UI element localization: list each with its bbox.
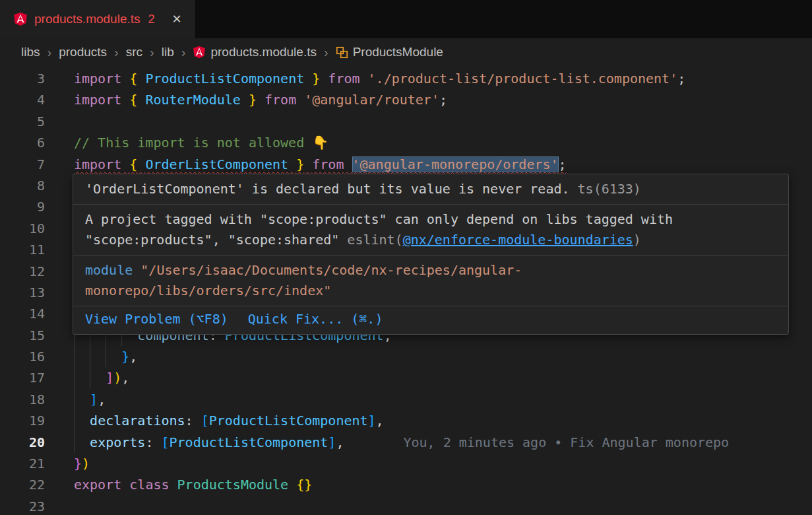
- hover-text: "/Users/isaac/Documents/code/nx-recipes/…: [85, 262, 522, 298]
- hover-text: module: [85, 262, 133, 278]
- line-content: },: [74, 349, 137, 364]
- breadcrumb-item-src[interactable]: src: [126, 45, 142, 59]
- code-line-6[interactable]: // This import is not allowed 👇: [59, 132, 812, 153]
- breadcrumb-item-productsmodule[interactable]: ProductsModule: [336, 45, 443, 59]
- code-line-7[interactable]: import { OrderListComponent } from '@ang…: [59, 154, 812, 175]
- line-content: }): [74, 456, 90, 471]
- code-line-21[interactable]: }): [59, 453, 812, 474]
- code-line-22[interactable]: export class ProductsModule {}: [59, 474, 812, 495]
- line-number-15[interactable]: 15: [0, 325, 59, 346]
- line-number-3[interactable]: 3: [0, 68, 59, 89]
- class-icon: [336, 46, 348, 59]
- breadcrumb-item-label: ProductsModule: [353, 45, 443, 59]
- close-icon[interactable]: ✕: [172, 12, 182, 26]
- breadcrumb-item-label: products: [59, 45, 107, 59]
- code-line-4[interactable]: import { RouterModule } from '@angular/r…: [59, 89, 812, 110]
- view-problem-action[interactable]: View Problem (⌥F8): [85, 309, 228, 329]
- code-line-17[interactable]: ]),: [59, 367, 812, 388]
- line-number-21[interactable]: 21: [0, 453, 59, 474]
- breadcrumb: libs›products›src›lib›products.module.ts…: [0, 38, 812, 66]
- line-content: import { RouterModule } from '@angular/r…: [74, 92, 447, 108]
- line-number-22[interactable]: 22: [0, 474, 59, 495]
- line-number-10[interactable]: 10: [0, 218, 59, 239]
- quick-fix-action[interactable]: Quick Fix... (⌘.): [248, 309, 383, 329]
- line-content: export class ProductsModule {}: [74, 477, 312, 493]
- hover-section-0: 'OrderListComponent' is declared but its…: [73, 174, 788, 205]
- line-content: import { ProductListComponent } from './…: [74, 71, 685, 86]
- line-number-12[interactable]: 12: [0, 261, 59, 282]
- vscode-window: products.module.ts 2 ✕ libs›products›src…: [0, 0, 812, 515]
- breadcrumb-item-label: src: [126, 45, 142, 59]
- breadcrumb-item-label: lib: [162, 45, 174, 59]
- line-number-17[interactable]: 17: [0, 367, 59, 388]
- angular-logo-icon: [13, 12, 28, 26]
- eslint-rule-link[interactable]: @nx/enforce-module-boundaries: [403, 232, 633, 248]
- hover-text: ): [633, 232, 641, 248]
- hover-section-1: A project tagged with "scope:products" c…: [73, 205, 788, 256]
- line-number-9[interactable]: 9: [0, 196, 59, 217]
- line-number-5[interactable]: 5: [0, 111, 59, 132]
- code-line-16[interactable]: },: [59, 346, 812, 367]
- breadcrumb-separator-icon: ›: [114, 45, 119, 60]
- breadcrumb-separator-icon: ›: [150, 45, 154, 60]
- tab-products-module-ts[interactable]: products.module.ts 2 ✕: [0, 0, 196, 38]
- hover-text: [133, 262, 141, 278]
- breadcrumb-item-label: libs: [21, 45, 40, 59]
- breadcrumb-separator-icon: ›: [47, 45, 52, 60]
- hover-popup: 'OrderListComponent' is declared but its…: [73, 174, 789, 335]
- hover-section-2: module "/Users/isaac/Documents/code/nx-r…: [73, 256, 788, 306]
- tab-bar: products.module.ts 2 ✕: [0, 0, 812, 38]
- breadcrumb-separator-icon: ›: [324, 45, 328, 60]
- line-number-7[interactable]: 7: [0, 154, 59, 175]
- code-line-19[interactable]: declarations: [ProductListComponent],: [59, 410, 812, 431]
- line-number-16[interactable]: 16: [0, 346, 59, 367]
- hover-text: ts(6133): [578, 181, 641, 197]
- code-line-20[interactable]: exports: [ProductListComponent],You, 2 m…: [59, 432, 812, 453]
- breadcrumb-item-lib[interactable]: lib: [162, 45, 174, 59]
- line-number-14[interactable]: 14: [0, 303, 59, 324]
- breadcrumb-separator-icon: ›: [181, 45, 186, 60]
- line-number-20[interactable]: 20: [0, 432, 59, 453]
- hover-actions: View Problem (⌥F8)Quick Fix... (⌘.): [73, 306, 788, 334]
- line-number-19[interactable]: 19: [0, 410, 59, 431]
- breadcrumb-item-products-module-ts[interactable]: products.module.ts: [193, 45, 317, 59]
- line-content: import { OrderListComponent } from '@ang…: [74, 156, 567, 172]
- code-line-23[interactable]: [59, 496, 812, 515]
- tab-label: products.module.ts: [34, 12, 141, 26]
- line-content: declarations: [ProductListComponent],: [74, 413, 384, 429]
- line-content: exports: [ProductListComponent],: [74, 434, 344, 450]
- line-content: ],: [74, 392, 106, 407]
- line-number-23[interactable]: 23: [0, 496, 59, 515]
- line-number-4[interactable]: 4: [0, 89, 59, 110]
- code-line-18[interactable]: ],: [59, 389, 812, 410]
- hover-text: eslint(: [347, 232, 402, 248]
- line-number-18[interactable]: 18: [0, 389, 59, 410]
- line-number-8[interactable]: 8: [0, 175, 59, 196]
- hover-popup-sections: 'OrderListComponent' is declared but its…: [73, 174, 788, 306]
- breadcrumb-item-label: products.module.ts: [210, 45, 317, 59]
- breadcrumb-item-products[interactable]: products: [59, 45, 107, 59]
- breadcrumb-item-libs[interactable]: libs: [21, 45, 40, 59]
- line-number-11[interactable]: 11: [0, 239, 59, 260]
- hover-text: 'OrderListComponent' is declared but its…: [85, 181, 578, 197]
- angular-icon: [193, 46, 206, 59]
- tab-problems-badge: 2: [148, 13, 155, 26]
- code-line-3[interactable]: import { ProductListComponent } from './…: [59, 68, 812, 89]
- gutter: 34567891011121314151617181920212223: [0, 66, 59, 515]
- line-number-6[interactable]: 6: [0, 132, 59, 153]
- code-line-5[interactable]: [59, 111, 812, 132]
- git-blame-annotation: You, 2 minutes ago • Fix Angular monorep…: [403, 434, 729, 450]
- line-content: ]),: [74, 370, 129, 386]
- line-content: // This import is not allowed 👇: [74, 135, 328, 151]
- line-number-13[interactable]: 13: [0, 282, 59, 303]
